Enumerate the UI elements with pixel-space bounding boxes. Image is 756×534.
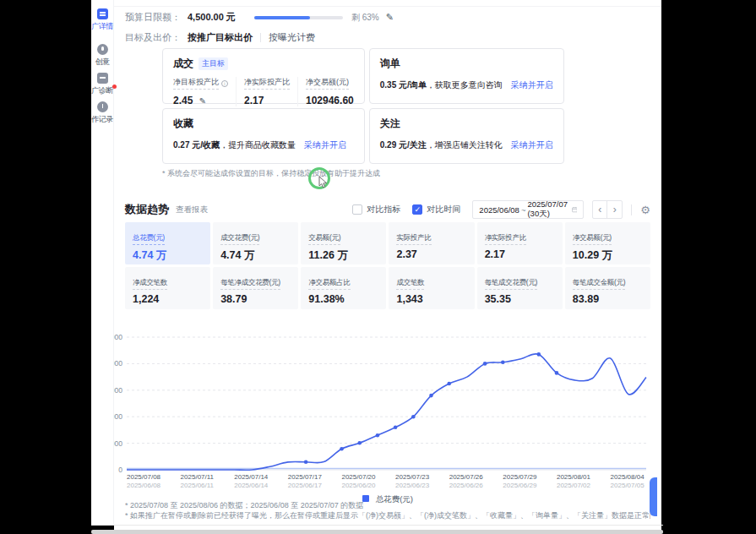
cursor-icon <box>318 176 328 188</box>
stat-label: 净实际投产比 <box>244 77 290 90</box>
goal-card-title: 关注 <box>380 117 553 131</box>
sidebar-item-idea[interactable]: 创意 <box>91 44 113 67</box>
sidebar-item-label: 广诊断 <box>91 86 113 95</box>
svg-text:2025/07/23: 2025/07/23 <box>395 473 430 481</box>
sidebar-item-detail[interactable]: 广详情 <box>91 8 113 31</box>
adopt-and-enable-link[interactable]: 采纳并开启 <box>511 140 553 150</box>
goal-card-title: 询单 <box>380 57 553 71</box>
metric-label: 成交笔数 <box>396 278 424 290</box>
stat-net-target-roi: 净目标投产比 i 2.45 ✎ <box>173 77 237 106</box>
svg-text:2025/06/17: 2025/06/17 <box>288 482 323 489</box>
date-start: 2025/06/08 <box>479 205 519 215</box>
metric-compare-value: 0.00 <box>396 263 466 264</box>
tab-bid-by-impression[interactable]: 按曝光计费 <box>269 31 315 44</box>
metric-card-4[interactable]: 净实际投产比2.170.00 <box>477 222 563 264</box>
metric-card-7[interactable]: 每笔净成交花费(元)38.790.00 <box>213 267 298 309</box>
bidding-row: 目标及出价： 按推广目标出价 按曝光计费 <box>125 31 315 44</box>
metric-compare-value: 0.00% <box>308 308 378 309</box>
metric-card-5[interactable]: 净交易额(元)10.29 万0.00 <box>565 222 650 264</box>
metric-value: 2.37 <box>396 248 466 260</box>
metric-label: 净实际投产比 <box>485 233 526 245</box>
stat-value: 102946.60 <box>306 95 354 106</box>
next-period-button[interactable]: › <box>607 201 622 218</box>
gear-icon[interactable]: ⚙ <box>640 204 650 216</box>
svg-text:2025/06/29: 2025/06/29 <box>503 482 537 489</box>
footnote-date-ranges: * 2025/07/08 至 2025/08/06 的数据；2025/06/08… <box>125 500 650 510</box>
date-nav-group: ‹ › <box>592 200 623 219</box>
metric-compare-value: 0 <box>396 308 466 309</box>
metric-label: 实际投产比 <box>396 233 431 245</box>
goal-card-favorite[interactable]: 收藏0.27 元/收藏，提升商品收藏数量采纳并开启 <box>162 108 365 164</box>
edit-icon[interactable]: ✎ <box>386 12 394 23</box>
date-range-picker[interactable]: 2025/06/08 ~ 2025/07/07 (30天) <box>472 200 584 219</box>
metric-card-2[interactable]: 交易额(元)11.26 万0.00 <box>301 222 386 264</box>
sidebar-item-label: 广详情 <box>91 22 113 31</box>
metric-card-3[interactable]: 实际投产比2.370.00 <box>389 222 474 264</box>
idea-icon <box>97 44 108 55</box>
metric-card-1[interactable]: 成交花费(元)4.74 万0.00 <box>213 222 298 264</box>
metric-card-6[interactable]: 净成交笔数1,2240 <box>125 267 210 309</box>
goal-desc-text: ，增强店铺关注转化 <box>427 140 503 150</box>
metric-value: 4.74 万 <box>220 248 291 263</box>
sidebar-item-diagnosis[interactable]: 广诊断 <box>91 73 113 95</box>
view-report-link[interactable]: 查看报表 <box>176 204 208 215</box>
goal-stats: 净目标投产比 i 2.45 ✎ 净实际投产比 2.17 <box>173 77 354 106</box>
checkbox-icon[interactable] <box>352 204 362 215</box>
line-chart-svg: 01,0002,0003,0004,0005,0002025/07/082025… <box>107 328 655 499</box>
svg-text:2025/07/17: 2025/07/17 <box>288 473 323 481</box>
checkbox-icon[interactable]: ✓ <box>412 204 422 215</box>
budget-row: 预算日限额： 4,500.00 元 剩 63% ✎ <box>125 11 394 24</box>
bottom-divider <box>91 525 663 526</box>
svg-text:2025/07/02: 2025/07/02 <box>557 482 591 489</box>
history-icon <box>97 101 108 112</box>
svg-text:2025/07/20: 2025/07/20 <box>341 473 376 481</box>
stat-label: 净目标投产比 i <box>173 77 228 90</box>
goal-card-inquiry[interactable]: 询单0.35 元/询单，获取更多意向咨询采纳并开启 <box>369 48 564 104</box>
svg-text:2025/08/01: 2025/08/01 <box>557 473 591 481</box>
sidebar-item-history[interactable]: 作记录 <box>91 101 113 124</box>
budget-label: 预算日限额： <box>125 11 181 24</box>
metric-card-10[interactable]: 每笔成交花费(元)35.350.00 <box>477 267 563 309</box>
metric-value: 11.26 万 <box>308 248 378 263</box>
metric-label: 总花费(元) <box>133 233 165 245</box>
divider <box>631 204 632 215</box>
side-floating-button[interactable] <box>650 477 657 516</box>
footnote-disclaimer: * 如果推广在暂停或删除前已经获得了曝光，那么在暂停或重建后显示「(净)交易额」… <box>125 510 650 520</box>
metric-card-8[interactable]: 净交易额占比91.38%0.00% <box>301 267 386 309</box>
bidding-label: 目标及出价： <box>125 31 181 44</box>
metric-compare-value: 0 <box>133 308 203 309</box>
adopt-and-enable-link[interactable]: 采纳并开启 <box>511 80 553 90</box>
svg-text:2025/06/14: 2025/06/14 <box>234 482 269 489</box>
horizontal-scrollbar[interactable] <box>91 530 663 534</box>
goal-price: 0.35 元/询单 <box>380 80 427 90</box>
metric-card-11[interactable]: 每笔成交金额(元)83.890.00 <box>565 267 650 309</box>
date-separator: ~ <box>521 205 526 215</box>
tab-bid-by-goal[interactable]: 按推广目标出价 <box>188 31 253 44</box>
metric-value: 83.89 <box>573 293 643 305</box>
metric-card-9[interactable]: 成交笔数1,3430 <box>389 267 474 309</box>
compare-time-checkbox[interactable]: ✓ 对比时间 <box>412 204 460 215</box>
goal-card-follow[interactable]: 关注0.29 元/关注，增强店铺关注转化采纳并开启 <box>369 108 564 164</box>
primary-goal-badge: 主目标 <box>199 57 228 70</box>
budget-slider[interactable] <box>254 16 343 19</box>
metric-value: 38.79 <box>220 293 291 305</box>
notification-dot <box>112 84 117 89</box>
metric-value: 35.35 <box>485 293 555 305</box>
click-indicator <box>308 167 330 189</box>
detail-icon <box>97 8 108 19</box>
tab-divider <box>260 33 261 42</box>
metric-cards-grid: 总花费(元)4.74 万0.00成交花费(元)4.74 万0.00交易额(元)1… <box>125 222 650 309</box>
svg-text:2025/06/11: 2025/06/11 <box>181 482 215 489</box>
svg-text:2025/06/08: 2025/06/08 <box>127 482 161 489</box>
budget-slider-fill <box>254 16 310 19</box>
edit-icon[interactable]: ✎ <box>199 96 206 106</box>
compare-metric-checkbox[interactable]: 对比指标 <box>352 204 400 215</box>
adopt-and-enable-link[interactable]: 采纳并开启 <box>304 140 346 150</box>
goal-desc-text: ，获取更多意向咨询 <box>427 80 503 90</box>
prev-period-button[interactable]: ‹ <box>593 201 607 218</box>
metric-card-0[interactable]: 总花费(元)4.74 万0.00 <box>125 222 210 264</box>
goal-card-deal[interactable]: 成交 主目标 净目标投产比 i 2.45 ✎ <box>162 48 365 104</box>
metric-label: 成交花费(元) <box>220 233 259 245</box>
info-icon[interactable]: i <box>221 80 228 87</box>
metric-compare-value: 0.00 <box>485 308 555 309</box>
